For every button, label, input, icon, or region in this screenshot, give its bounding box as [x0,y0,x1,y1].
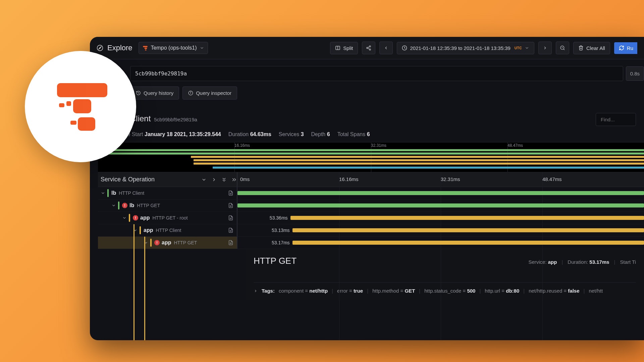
chevron-right-icon [254,289,258,293]
time-range-label: 2021-01-18 12:35:39 to 2021-01-18 13:35:… [410,45,510,51]
svg-point-9 [369,49,371,50]
span-row[interactable]: lbHTTP Client [98,187,644,199]
tempo-logo-icon [47,73,114,140]
zoom-out-button[interactable] [556,42,569,54]
query-tools: Query history Query inspector [90,81,644,107]
datasource-label: Tempo (ops-tools1) [151,45,197,51]
error-icon: ! [133,215,138,221]
tag-item: http.status_code = 500 [424,288,475,294]
run-label: Ru [627,45,633,51]
error-icon: ! [122,203,127,208]
page-title: Explore [107,44,132,52]
datasource-selector[interactable]: Tempo (ops-tools1) [139,42,208,54]
span-row[interactable]: !lbHTTP GET [98,199,644,212]
span-bar[interactable] [292,241,644,245]
time-next-button[interactable] [538,42,552,54]
log-icon[interactable] [228,228,233,233]
span-row[interactable]: !appHTTP GET53.17ms [98,237,644,249]
query-input[interactable] [130,66,623,81]
chevron-down-icon [200,46,204,50]
svg-line-11 [368,48,370,49]
run-button[interactable]: Ru [614,42,637,54]
svg-rect-3 [144,48,147,49]
svg-line-10 [368,47,370,48]
query-row: 0.8s [90,59,644,81]
query-inspector-button[interactable]: Query inspector [182,86,237,100]
trace-meta: Trace Start January 18 2021, 13:35:29.54… [90,129,644,142]
query-inspector-label: Query inspector [196,90,231,96]
svg-rect-29 [57,83,107,97]
utc-badge: UTC [515,46,522,50]
span-service: lb [111,190,116,196]
trace-id: 5cb99bbf9e29819a [154,117,197,122]
tag-item: http.method = GET [372,288,415,294]
split-label: Split [343,45,353,51]
double-chevron-down-icon[interactable] [221,177,227,182]
chevron-right-icon[interactable] [211,177,217,182]
double-chevron-right-icon[interactable] [231,177,237,182]
query-history-button[interactable]: Query history [130,86,179,100]
find-input[interactable] [596,113,636,126]
query-duration-badge: 0.8s [626,66,644,81]
span-duration: 53.13ms [272,228,290,233]
tag-item: net/htt [589,288,603,294]
chevron-down-icon[interactable] [122,216,127,220]
minimap-tick: 16.16ms [234,143,250,148]
svg-rect-34 [78,117,95,131]
chevron-down-icon [525,46,529,50]
span-bar[interactable] [237,203,644,207]
log-icon[interactable] [228,215,233,221]
header-toolbar: Explore Tempo (ops-tools1) Split 2021-01… [90,37,644,59]
tag-item: http.url = db:80 [485,288,519,294]
span-bar[interactable] [290,216,644,220]
span-list: lbHTTP Client!lbHTTP GET!appHTTP GET - r… [98,187,644,249]
share-button[interactable] [362,42,375,54]
span-operation: HTTP Client [119,190,144,196]
span-bar[interactable] [292,228,644,232]
query-history-label: Query history [144,90,173,96]
chevron-down-icon[interactable] [101,191,105,195]
log-icon[interactable] [228,190,233,196]
zoom-out-icon [560,45,565,51]
time-prev-button[interactable] [379,42,393,54]
log-icon[interactable] [228,240,233,245]
span-service: app [162,240,171,246]
trace-minimap[interactable]: 0ms 16.16ms 32.31ms 48.47ms [98,142,644,172]
chevron-down-icon[interactable] [201,177,207,182]
span-service: app [140,215,150,221]
clock-icon [402,45,407,51]
svg-point-18 [191,92,191,92]
trash-icon [578,45,584,51]
log-icon[interactable] [228,203,233,208]
span-row[interactable]: appHTTP Client53.13ms [98,224,644,237]
clear-all-button[interactable]: Clear All [573,42,610,54]
svg-rect-33 [70,121,76,125]
svg-marker-1 [99,47,101,49]
detail-tags-row[interactable]: Tags: component = net/http|error = true|… [254,282,636,294]
span-row[interactable]: !appHTTP GET - root53.36ms [98,212,644,224]
timeline-header: Service & Operation 0ms 16.16ms 32.31ms … [98,172,644,187]
span-bar[interactable] [237,191,644,195]
chevron-down-icon[interactable] [111,203,116,208]
clear-label: Clear All [586,45,605,51]
span-service: lb [129,202,134,208]
span-operation: HTTP GET [174,240,197,245]
tags-label: Tags: [262,288,275,294]
span-operation: HTTP GET - root [152,215,187,221]
chevron-left-icon [384,46,388,50]
error-icon: ! [154,240,160,245]
span-duration: 53.36ms [270,215,288,221]
svg-rect-4 [145,50,147,51]
share-icon [366,45,371,51]
svg-rect-32 [73,99,91,113]
svg-rect-2 [143,46,148,47]
split-button[interactable]: Split [330,42,358,54]
history-icon [136,90,141,96]
time-picker[interactable]: 2021-01-18 12:35:39 to 2021-01-18 13:35:… [397,42,534,54]
tag-item: component = net/http [279,288,328,294]
minimap-tick: 48.47ms [507,143,523,148]
span-duration: 53.17ms [272,240,290,245]
timeline-header-title: Service & Operation [101,176,197,183]
timeline-tick: 32.31ms [441,176,460,182]
tag-item: error = true [337,288,363,294]
